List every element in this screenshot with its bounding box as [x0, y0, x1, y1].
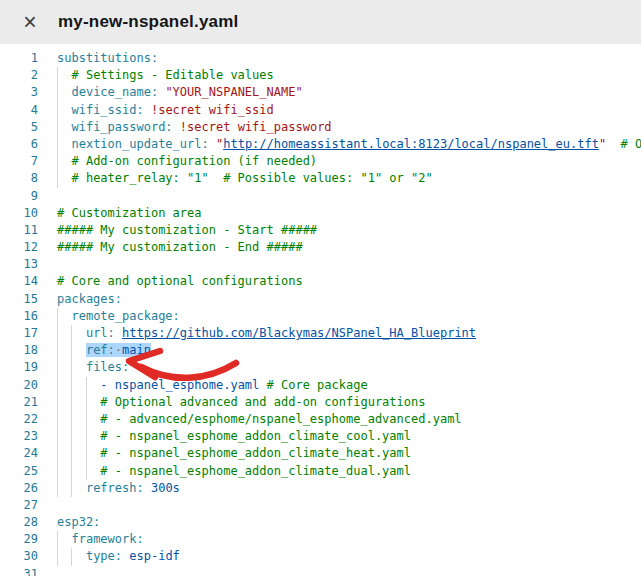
- token-string: wifi_password: [238, 120, 332, 134]
- code-text: # Core and optional configurations: [57, 273, 303, 290]
- code-line[interactable]: 6 nextion_update_url: "http://homeassist…: [0, 136, 641, 153]
- code-line[interactable]: 8 # heater_relay: "1" # Possible values:…: [0, 170, 641, 187]
- code-line[interactable]: 30 type: esp-idf: [0, 548, 641, 565]
- code-link[interactable]: https://github.com/Blackymas/NSPanel_HA_…: [122, 326, 476, 340]
- token-comment: # - nspanel_esphome_addon_climate_dual.y…: [100, 464, 411, 478]
- code-text: # - nspanel_esphome_addon_climate_dual.y…: [57, 463, 411, 480]
- line-number: 14: [0, 273, 38, 290]
- code-text: framework:: [57, 531, 144, 548]
- line-number: 12: [0, 239, 38, 256]
- code-line[interactable]: 11##### My customization - Start #####: [0, 222, 641, 239]
- code-editor[interactable]: 1substitutions:2 # Settings - Editable v…: [0, 44, 641, 576]
- code-line[interactable]: 3 device_name: "YOUR_NSPANEL_NAME": [0, 84, 641, 101]
- line-number: 24: [0, 445, 38, 462]
- code-line[interactable]: 28esp32:: [0, 514, 641, 531]
- line-number: 11: [0, 222, 38, 239]
- code-text: packages:: [57, 291, 122, 308]
- token-key: packages:: [57, 292, 122, 306]
- line-number: 7: [0, 153, 38, 170]
- line-number: 30: [0, 548, 38, 565]
- code-lines: 1substitutions:2 # Settings - Editable v…: [0, 50, 641, 576]
- code-line[interactable]: 23 # - nspanel_esphome_addon_climate_coo…: [0, 428, 641, 445]
- code-line[interactable]: 13: [0, 256, 641, 273]
- token-key: refresh:: [86, 481, 144, 495]
- code-text: # Customization area: [57, 205, 202, 222]
- code-line[interactable]: 22 # - advanced/esphome/nspanel_esphome_…: [0, 411, 641, 428]
- code-line[interactable]: 19 files:: [0, 359, 641, 376]
- token-key: files:: [86, 360, 129, 374]
- code-line[interactable]: 9: [0, 188, 641, 205]
- line-number: 17: [0, 325, 38, 342]
- code-line[interactable]: 27: [0, 497, 641, 514]
- token-key: device_name:: [71, 85, 158, 99]
- token-comment: # - nspanel_esphome_addon_climate_cool.y…: [100, 429, 411, 443]
- code-text: # Add-on configuration (if needed): [57, 153, 317, 170]
- code-text: ref:·main: [57, 342, 151, 359]
- code-line[interactable]: 29 framework:: [0, 531, 641, 548]
- code-line[interactable]: 15packages:: [0, 291, 641, 308]
- token-plain: [57, 481, 86, 495]
- line-number: 28: [0, 514, 38, 531]
- code-text: refresh: 300s: [57, 480, 180, 497]
- code-line[interactable]: 4 wifi_ssid: !secret wifi_ssid: [0, 102, 641, 119]
- token-key: url:: [86, 326, 115, 340]
- close-icon[interactable]: ×: [16, 8, 44, 36]
- line-number: 23: [0, 428, 38, 445]
- token-string: "YOUR_NSPANEL_NAME": [165, 85, 302, 99]
- token-plain: [57, 85, 71, 99]
- line-number: 15: [0, 291, 38, 308]
- line-number: 5: [0, 119, 38, 136]
- code-line[interactable]: 12##### My customization - End #####: [0, 239, 641, 256]
- line-number: 29: [0, 531, 38, 548]
- line-number: 10: [0, 205, 38, 222]
- code-line[interactable]: 14# Core and optional configurations: [0, 273, 641, 290]
- line-number: 2: [0, 67, 38, 84]
- token-comment: ##### My customization - Start #####: [57, 223, 317, 237]
- code-line[interactable]: 18 ref:·main: [0, 342, 641, 359]
- token-plain: [57, 343, 86, 357]
- code-line[interactable]: 17 url: https://github.com/Blackymas/NSP…: [0, 325, 641, 342]
- token-plain: [57, 171, 71, 185]
- line-number: 6: [0, 136, 38, 153]
- code-link[interactable]: http://homeassistant.local:8123/local/ns…: [223, 137, 599, 151]
- token-plain: [230, 120, 237, 134]
- code-text: ##### My customization - Start #####: [57, 222, 317, 239]
- code-line[interactable]: 20 - nspanel_esphome.yaml # Core package: [0, 377, 641, 394]
- token-key: nextion_update_url:: [71, 137, 208, 151]
- code-line[interactable]: 25 # - nspanel_esphome_addon_climate_dua…: [0, 463, 641, 480]
- token-comment: # Settings - Editable values: [71, 68, 273, 82]
- token-plain: [57, 412, 100, 426]
- token-wsdot: ·: [115, 343, 122, 357]
- code-line[interactable]: 24 # - nspanel_esphome_addon_climate_hea…: [0, 445, 641, 462]
- code-line[interactable]: 10# Customization area: [0, 205, 641, 222]
- code-text: files:: [57, 359, 129, 376]
- token-plain: [57, 103, 71, 117]
- line-number: 16: [0, 308, 38, 325]
- code-line[interactable]: 26 refresh: 300s: [0, 480, 641, 497]
- code-text: - nspanel_esphome.yaml # Core package: [57, 377, 368, 394]
- code-text: remote_package:: [57, 308, 180, 325]
- code-line[interactable]: 5 wifi_password: !secret wifi_password: [0, 119, 641, 136]
- line-number: 20: [0, 377, 38, 394]
- token-plain: [606, 137, 620, 151]
- code-text: device_name: "YOUR_NSPANEL_NAME": [57, 84, 303, 101]
- token-comment: # - advanced/esphome/nspanel_esphome_adv…: [100, 412, 461, 426]
- token-plain: [115, 326, 122, 340]
- editor-window: × my-new-nspanel.yaml 1substitutions:2 #…: [0, 0, 641, 576]
- token-comment: ##### My customization - End #####: [57, 240, 303, 254]
- token-key: wifi_ssid:: [71, 103, 143, 117]
- token-key: wifi_password:: [71, 120, 172, 134]
- token-value: - nspanel_esphome.yaml: [100, 378, 259, 392]
- code-line[interactable]: 21 # Optional advanced and add-on config…: [0, 394, 641, 411]
- code-line[interactable]: 31: [0, 566, 641, 576]
- token-value: main: [122, 343, 151, 357]
- token-plain: [202, 103, 209, 117]
- token-plain: [57, 549, 86, 563]
- code-text: type: esp-idf: [57, 548, 180, 565]
- code-line[interactable]: 16 remote_package:: [0, 308, 641, 325]
- code-line[interactable]: 2 # Settings - Editable values: [0, 67, 641, 84]
- token-value: esp-idf: [129, 549, 180, 563]
- code-line[interactable]: 7 # Add-on configuration (if needed): [0, 153, 641, 170]
- token-plain: [259, 378, 266, 392]
- code-line[interactable]: 1substitutions:: [0, 50, 641, 67]
